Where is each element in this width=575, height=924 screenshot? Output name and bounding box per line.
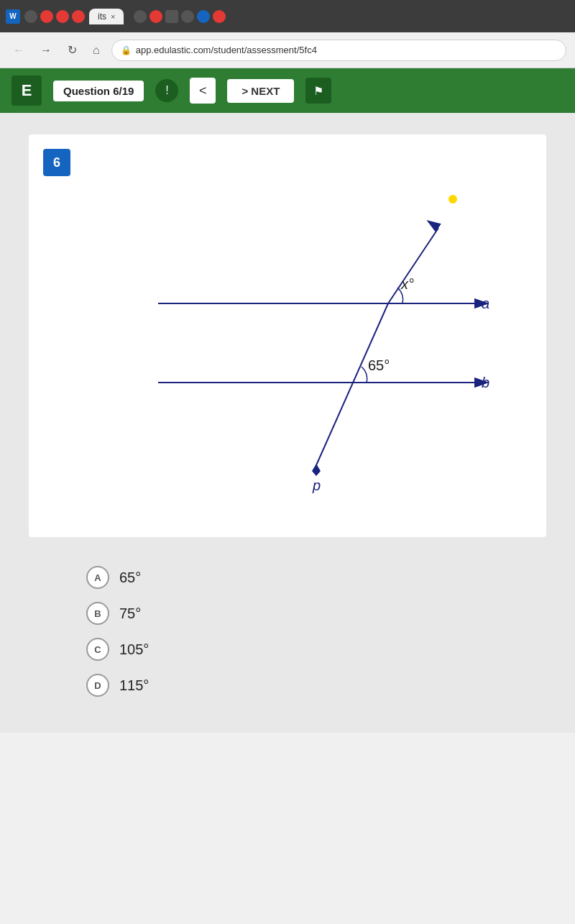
choice-d[interactable]: D 115° xyxy=(86,674,489,697)
browser-icon-5 xyxy=(134,10,147,23)
next-label: > NEXT xyxy=(242,85,280,97)
choice-b[interactable]: B 75° xyxy=(86,602,489,625)
forward-button[interactable]: → xyxy=(36,41,56,60)
transversal-arrow-down xyxy=(312,464,321,476)
bookmark-icon: ⚑ xyxy=(313,84,323,98)
back-button[interactable]: ← xyxy=(9,41,29,60)
nav-bar: ← → ↻ ⌂ 🔒 app.edulastic.com/student/asse… xyxy=(0,32,575,68)
transversal-lower xyxy=(316,303,388,465)
diagram-area: a b p xyxy=(50,156,525,516)
alert-button[interactable]: ! xyxy=(155,79,178,102)
question-number: 6 xyxy=(43,149,70,176)
browser-icon-9 xyxy=(197,10,210,23)
address-bar[interactable]: 🔒 app.edulastic.com/student/assessment/5… xyxy=(111,40,566,61)
choice-a-text: 65° xyxy=(119,570,141,586)
choice-c[interactable]: C 105° xyxy=(86,638,489,661)
choice-c-circle: C xyxy=(86,638,109,661)
app-header: E Question 6/19 ! < > NEXT ⚑ xyxy=(0,68,575,113)
browser-icons-right xyxy=(134,10,226,23)
browser-icon-7 xyxy=(165,10,178,23)
angle-65-arc xyxy=(362,367,367,383)
choice-d-circle: D xyxy=(86,674,109,697)
home-button[interactable]: ⌂ xyxy=(88,41,104,60)
active-tab[interactable]: its × xyxy=(89,9,124,24)
next-button[interactable]: > NEXT xyxy=(227,79,294,103)
circle-icon-4 xyxy=(72,10,85,23)
choice-a[interactable]: A 65° xyxy=(86,566,489,589)
reload-button[interactable]: ↻ xyxy=(63,40,81,60)
question-info: Question 6/19 xyxy=(53,81,144,101)
alert-icon: ! xyxy=(165,84,168,97)
browser-icon-6 xyxy=(150,10,162,23)
lock-icon: 🔒 xyxy=(121,45,132,55)
circle-icon-1 xyxy=(24,10,37,23)
browser-icon-8 xyxy=(181,10,194,23)
angle-x-label: x° xyxy=(400,276,414,292)
app-logo: E xyxy=(12,76,42,106)
circle-icon-2 xyxy=(40,10,53,23)
address-text: app.edulastic.com/student/assessment/5fc… xyxy=(136,45,317,55)
transversal-label: p xyxy=(312,477,321,493)
browser-chrome: W its × ← → ↻ ⌂ 🔒 app.edulast xyxy=(0,0,575,68)
transversal-upper xyxy=(388,228,438,303)
line-a-label: a xyxy=(482,296,489,311)
line-b-label: b xyxy=(482,375,489,390)
answer-choices: A 65° B 75° C 105° D 115° xyxy=(29,552,546,711)
tab-label: its xyxy=(98,12,106,22)
choice-b-circle: B xyxy=(86,602,109,625)
prev-button[interactable]: < xyxy=(190,78,216,104)
choice-c-text: 105° xyxy=(119,641,149,658)
word-icon: W xyxy=(6,9,20,24)
tab-close-button[interactable]: × xyxy=(111,12,115,21)
angle-65-label: 65° xyxy=(368,357,390,373)
circle-icon-3 xyxy=(56,10,69,23)
geometry-diagram: a b p xyxy=(101,170,518,501)
bookmark-button[interactable]: ⚑ xyxy=(305,78,331,104)
choice-a-circle: A xyxy=(86,566,109,589)
choice-b-text: 75° xyxy=(119,605,141,622)
browser-icon-10 xyxy=(213,10,226,23)
browser-icons xyxy=(24,10,85,23)
choice-d-text: 115° xyxy=(119,677,149,694)
decoration-dot xyxy=(448,195,457,203)
tab-bar: W its × xyxy=(0,0,575,32)
question-container: 6 xyxy=(29,134,546,537)
main-content: 6 xyxy=(0,113,575,733)
